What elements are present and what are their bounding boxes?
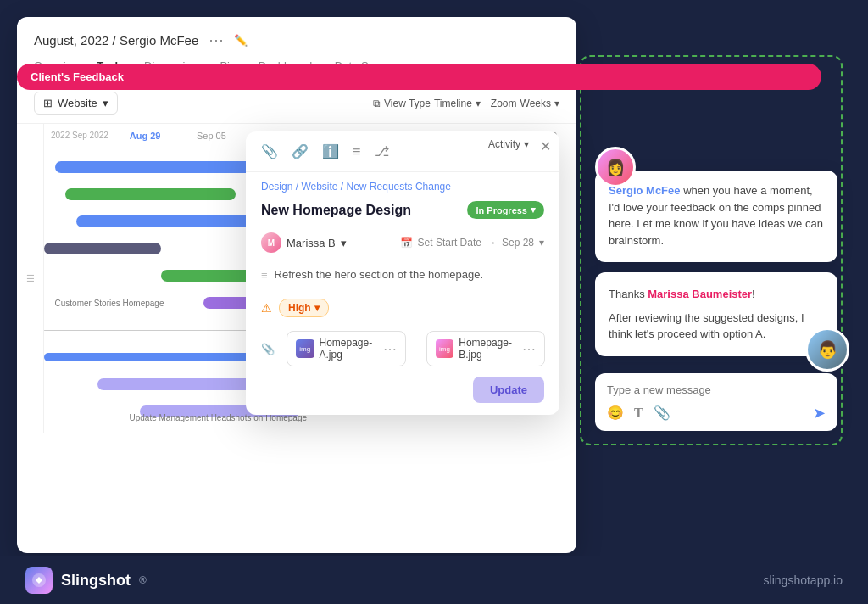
list-link[interactable]: Website [301, 181, 337, 193]
status-badge[interactable]: In Progress ▾ [467, 201, 544, 219]
sender-name-2: Marissa Baumeister [648, 288, 752, 300]
gantt-breadcrumb: August, 2022 / Sergio McFee [34, 33, 198, 48]
message-text-1: Sergio McFee when you have a moment, I'd… [609, 182, 824, 249]
chat-input[interactable] [607, 383, 826, 396]
view-type-icon: ⧉ [373, 98, 381, 109]
attachment-thumb-b: img [436, 339, 454, 358]
activity-label: Activity [488, 138, 520, 150]
chat-toolbar: 😊 T 📎 ➤ [607, 404, 826, 422]
app-title: Slingshot [61, 572, 131, 590]
weeks-label: Weeks [520, 98, 551, 109]
info-icon[interactable]: ℹ️ [322, 143, 339, 159]
sender-avatar-2: 👨 [805, 327, 849, 372]
chevron-down-icon: ▾ [103, 97, 108, 109]
attachment-more-a[interactable]: ⋯ [383, 341, 397, 357]
clip-icon: 📎 [261, 343, 275, 355]
footer-logo: Slingshot ® [25, 567, 147, 594]
chevron-assignee-icon: ▾ [341, 237, 347, 249]
chevron-activity-icon: ▾ [524, 138, 529, 150]
list-icon[interactable]: ≡ [353, 144, 360, 159]
logo-icon [25, 567, 53, 594]
zoom-button[interactable]: Zoom Weeks ▾ [491, 98, 559, 109]
gantt-title-row: August, 2022 / Sergio McFee ⋯ ✏️ [34, 31, 559, 49]
gantt-sidebar-toggle[interactable]: ☰ [17, 124, 44, 433]
priority-label: High [288, 302, 311, 314]
date-picker[interactable]: 📅 Set Start Date → Sep 28 ▾ [400, 237, 544, 249]
website-filter-button[interactable]: ⊞ Website ▾ [34, 92, 118, 115]
date-sep05: Sep 05 [178, 131, 244, 141]
project-link[interactable]: Design [261, 181, 292, 193]
message-body-2: After reviewing the suggested designs, I… [609, 310, 824, 343]
grid-icon: ⊞ [43, 97, 53, 109]
feedback-badge: Client's Feedback [17, 64, 821, 90]
timeline-label: Timeline [434, 98, 472, 109]
chevron-view-icon: ▾ [476, 98, 481, 109]
activity-dropdown[interactable]: Activity ▾ [488, 138, 529, 150]
chevron-date-icon: ▾ [539, 237, 544, 249]
assignee-name: Marissa B [287, 237, 336, 249]
update-button[interactable]: Update [473, 377, 544, 403]
priority-badge[interactable]: High ▾ [279, 299, 329, 317]
bar-item[interactable] [44, 243, 161, 254]
date-end: Sep 28 [502, 237, 534, 249]
message-card-1: Sergio McFee when you have a moment, I'd… [595, 171, 837, 262]
attachment-a[interactable]: img Homepage-A.jpg ⋯ [287, 331, 406, 366]
footer: Slingshot ® slingshotapp.io [0, 556, 868, 604]
view-type-button[interactable]: ⧉ View Type Timeline ▾ [373, 98, 481, 109]
bar-item[interactable] [65, 188, 236, 200]
chevron-zoom-icon: ▾ [554, 98, 559, 109]
modal-breadcrumb: Design / Website / New Requests Change [246, 172, 559, 196]
lines-icon: ≡ [261, 269, 268, 282]
attachments-row: 📎 img Homepage-A.jpg ⋯ img Homepage-B.jp… [246, 324, 559, 377]
attachment-thumb-a: img [296, 339, 314, 358]
sender-avatar-1: 👩 [595, 147, 636, 187]
link-icon[interactable]: 🔗 [292, 143, 309, 159]
chat-panel: 👩 Sergio McFee when you have a moment, I… [595, 140, 837, 431]
year-label-1: 2022 Sep 2022 [44, 131, 112, 141]
modal-description: ≡ Refresh the hero section of the homepa… [246, 258, 559, 292]
section-link[interactable]: New Requests [347, 181, 413, 193]
attachment-name-a: Homepage-A.jpg [320, 337, 378, 361]
chevron-priority-icon: ▾ [314, 302, 320, 314]
chevron-status-icon: ▾ [531, 204, 536, 215]
attachment-more-b[interactable]: ⋯ [522, 341, 536, 357]
gantt-view-controls: ⧉ View Type Timeline ▾ Zoom Weeks ▾ [373, 98, 559, 109]
attachment-name-b: Homepage-B.jpg [459, 337, 517, 361]
assignee-selector[interactable]: M Marissa B ▾ [261, 232, 347, 253]
modal-title-row: New Homepage Design In Progress ▾ [246, 196, 559, 227]
date-placeholder: Set Start Date [418, 237, 481, 249]
modal-assignee-row: M Marissa B ▾ 📅 Set Start Date → Sep 28 … [246, 227, 559, 258]
message-thanks-row: Thanks Marissa Baumeister! [609, 286, 824, 303]
text-format-icon[interactable]: T [634, 405, 643, 421]
more-options-icon[interactable]: ⋯ [209, 31, 224, 49]
send-button[interactable]: ➤ [813, 404, 826, 422]
branch-icon[interactable]: ⎇ [374, 143, 389, 159]
zoom-label: Zoom [491, 98, 517, 109]
chat-input-area: 😊 T 📎 ➤ [595, 373, 837, 431]
task-title: New Homepage Design [261, 203, 411, 218]
attachment-input-icon[interactable]: 📎 [654, 405, 670, 421]
calendar-icon: 📅 [400, 237, 413, 249]
priority-row: ⚠ High ▾ [246, 292, 559, 324]
date-aug29: Aug 29 [112, 131, 178, 141]
avatar: M [261, 232, 281, 253]
message-card-2: Thanks Marissa Baumeister! After reviewi… [595, 272, 837, 356]
attachment-icon[interactable]: 📎 [261, 143, 278, 159]
description-text: Refresh the hero section of the homepage… [275, 268, 483, 281]
chat-message-1: 👩 Sergio McFee when you have a moment, I… [595, 171, 837, 262]
attachment-b[interactable]: img Homepage-B.jpg ⋯ [426, 331, 546, 366]
chat-message-2: Thanks Marissa Baumeister! After reviewi… [595, 272, 837, 356]
warning-icon: ⚠ [261, 301, 272, 315]
row-label-6: Customer Stories Homepage [55, 299, 164, 308]
website-label: Website [58, 97, 97, 109]
task-modal: 📎 🔗 ℹ️ ≡ ⎇ Activity ▾ ✕ Design / Website… [246, 131, 559, 415]
view-type-label: View Type [384, 98, 431, 109]
emoji-icon[interactable]: 😊 [607, 405, 624, 421]
edit-icon[interactable]: ✏️ [234, 34, 248, 47]
footer-url: slingshotapp.io [764, 573, 843, 587]
change-link[interactable]: Change [415, 181, 451, 193]
modal-toolbar: 📎 🔗 ℹ️ ≡ ⎇ Activity ▾ ✕ [246, 131, 559, 172]
thanks-prefix: Thanks [609, 288, 648, 300]
modal-close-button[interactable]: ✕ [540, 138, 551, 154]
